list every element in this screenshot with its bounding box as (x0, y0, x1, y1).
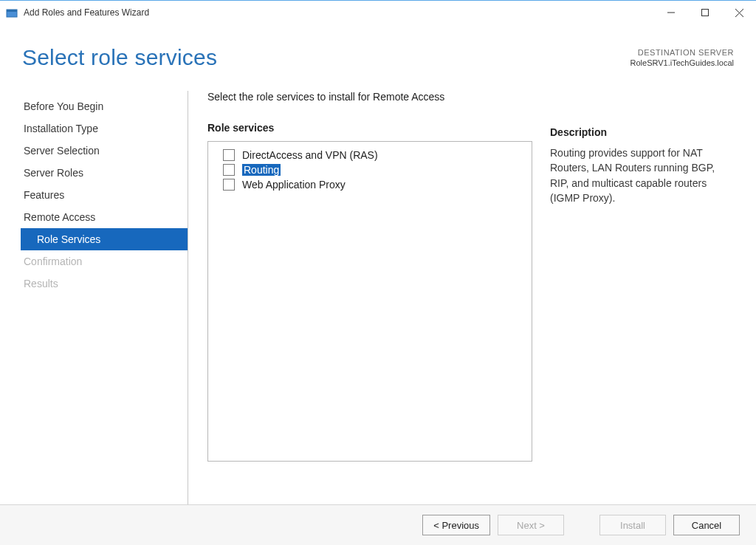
app-icon (6, 7, 18, 18)
sidebar-item-installation-type[interactable]: Installation Type (22, 117, 180, 140)
instruction-text: Select the role services to install for … (207, 91, 532, 103)
checkbox-icon[interactable] (223, 149, 235, 161)
sidebar-item-server-roles[interactable]: Server Roles (22, 162, 180, 184)
next-button: Next > (498, 515, 564, 535)
role-item-directaccess-vpn[interactable]: DirectAccess and VPN (RAS) (216, 148, 524, 162)
checkbox-icon[interactable] (223, 179, 235, 191)
content-area: Select the role services to install for … (188, 91, 734, 504)
titlebar: Add Roles and Features Wizard (0, 1, 756, 24)
cancel-button[interactable]: Cancel (673, 515, 740, 535)
description-label: Description (550, 126, 734, 138)
sidebar-item-remote-access[interactable]: Remote Access (22, 206, 180, 228)
footer-buttons: < Previous Next > Install Cancel (0, 504, 756, 545)
window-controls (654, 1, 756, 24)
sidebar-item-role-services[interactable]: Role Services (21, 228, 188, 250)
checkbox-icon[interactable] (223, 164, 235, 176)
svg-rect-3 (702, 10, 709, 16)
role-services-label: Role services (207, 122, 532, 134)
destination-label: DESTINATION SERVER (630, 48, 734, 57)
role-item-web-application-proxy[interactable]: Web Application Proxy (216, 177, 524, 192)
wizard-steps-sidebar: Before You Begin Installation Type Serve… (22, 91, 188, 504)
role-item-routing[interactable]: Routing (216, 162, 524, 177)
install-button: Install (599, 515, 666, 535)
header: Select role services DESTINATION SERVER … (0, 24, 756, 70)
sidebar-item-results: Results (22, 272, 180, 295)
sidebar-item-server-selection[interactable]: Server Selection (22, 140, 180, 162)
sidebar-item-before-you-begin[interactable]: Before You Begin (22, 95, 180, 117)
close-button[interactable] (722, 1, 756, 24)
description-text: Routing provides support for NAT Routers… (550, 145, 734, 205)
description-column: Description Routing provides support for… (532, 91, 734, 504)
previous-button[interactable]: < Previous (422, 515, 490, 535)
role-item-label: DirectAccess and VPN (RAS) (242, 149, 378, 161)
main-content: Before You Begin Installation Type Serve… (0, 70, 756, 504)
destination-info: DESTINATION SERVER RoleSRV1.iTechGuides.… (630, 48, 734, 67)
sidebar-item-features[interactable]: Features (22, 184, 180, 206)
role-item-label: Web Application Proxy (242, 179, 346, 191)
role-services-listbox[interactable]: DirectAccess and VPN (RAS) Routing Web A… (207, 141, 532, 462)
sidebar-item-confirmation: Confirmation (22, 250, 180, 272)
role-item-label: Routing (242, 164, 281, 176)
page-title: Select role services (22, 45, 217, 70)
svg-rect-1 (7, 10, 17, 12)
maximize-button[interactable] (688, 1, 722, 24)
window-title: Add Roles and Features Wizard (24, 7, 149, 18)
destination-server: RoleSRV1.iTechGuides.local (630, 58, 734, 67)
minimize-button[interactable] (654, 1, 688, 24)
role-services-column: Select the role services to install for … (207, 91, 532, 504)
